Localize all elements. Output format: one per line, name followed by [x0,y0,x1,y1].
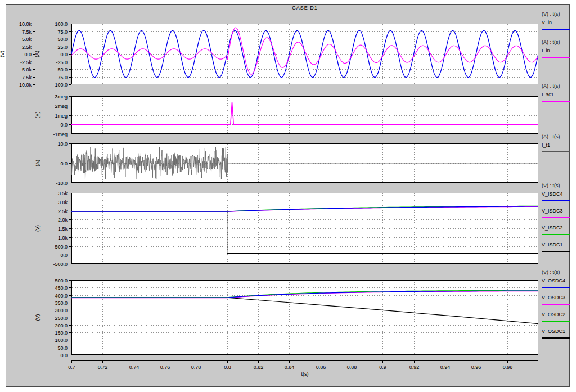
y-tick-label: 25.0 [57,44,68,50]
panel-2-plot-area[interactable] [72,97,538,134]
panel-4-yaxis-0: 3.5k3.0k2.5k2.0k1.5k1.0k500.00.0-500.0 [53,191,71,267]
legend-trace-name[interactable]: V_ISDC4 [542,191,573,199]
x-tick-label: 0.78 [191,364,201,370]
legend-color-bar [542,251,570,252]
y-tick-label: 50.0 [57,37,68,42]
legend-trace-name[interactable]: V_OSDC4 [542,278,573,285]
panel-2-legend: (A) : t(s)I_sc1 [542,83,573,109]
y-tick-label: -10.0k [17,82,32,88]
legend-color-bar [542,304,570,305]
panel-1-yaxis-1: 100.075.050.025.00.0-25.0-50.0-75.0-100.… [53,21,71,88]
legend-trace-name[interactable]: V_OSDC2 [542,312,573,319]
panel-3-legend: (A) : t(s)I_t1 [542,134,573,159]
x-tick-label: 0.82 [254,364,264,370]
x-tick-label: 0.98 [503,364,513,370]
legend-trace-name[interactable]: V_ISDC3 [542,208,573,215]
panel-3-yaxis-0: 10.00.0-10.0 [56,141,71,186]
legend-color-bar [542,200,570,201]
y-tick-label: 10.0 [57,141,68,147]
panel-5-yaxis-0: 500.0450.0400.0350.0300.0250.0200.0150.0… [55,278,71,358]
legend-trace-name[interactable]: V_OSDC3 [542,295,573,302]
x-tick-label: 0.76 [160,364,170,370]
y-tick-label: 0.0 [24,52,32,57]
legend-trace-name[interactable]: V_OSDC1 [542,328,573,336]
y-tick-label: 2.5k [58,209,68,214]
y-tick-label: 0.0 [60,353,68,358]
y-tick-label: 5.0k [22,37,32,42]
legend-trace-name[interactable]: I_sc1 [542,92,573,99]
y-tick-label: 10.0k [19,21,32,27]
legend-color-bar [542,234,570,235]
x-tick-label: 0.7 [68,364,75,370]
legend-axis-header: (V) : t(s) [542,269,573,277]
y-tick-label: 3meg [55,94,68,100]
legend-color-bar [542,217,570,218]
axis-unit-label: (V) [0,51,5,57]
legend-trace-name[interactable]: V_in [542,20,573,27]
legend-color-bar [542,337,570,339]
y-tick-label: 0.0 [60,122,68,128]
y-tick-label: -75.0 [56,75,68,80]
y-tick-label: 2meg [55,103,68,109]
y-tick-label: -7.5k [20,75,32,80]
y-tick-label: 100.0 [55,337,68,343]
y-tick-label: 1meg [55,113,68,119]
axis-unit-label: (V) [35,225,40,232]
y-tick-label: 150.0 [55,330,68,336]
legend-color-bar [542,101,570,102]
y-tick-label: 400.0 [55,293,68,299]
y-tick-label: 500.0 [55,244,68,250]
x-tick-label: 0.9 [379,364,386,370]
y-tick-label: 0.0 [60,52,68,57]
axis-unit-label: (A) [34,51,40,57]
y-tick-label: 350.0 [55,300,68,306]
y-tick-label: 1.0k [58,235,68,241]
legend-trace-name[interactable]: I_in [542,48,573,55]
y-tick-label: 100.0 [55,21,68,27]
x-tick-label: 0.94 [440,364,451,370]
axis-unit-label: (A) [35,160,40,166]
legend-axis-header: (A) : t(s) [542,134,573,141]
legend-color-bar [542,287,570,288]
y-tick-label: 2.0k [58,217,68,223]
legend-trace-name[interactable]: V_ISDC2 [542,225,573,232]
y-tick-label: -2.5k [20,60,32,65]
x-tick-label: 0.92 [410,364,420,370]
legend-axis-header: (A) : t(s) [542,83,573,91]
legend-axis-header: (A) : t(s) [542,39,573,47]
legend-color-bar [542,57,570,58]
y-tick-label: 0.0 [60,253,68,258]
y-tick-label: 250.0 [55,316,68,321]
y-tick-label: 300.0 [55,308,68,313]
y-tick-label: -500.0 [53,262,68,267]
legend-axis-header: (V) : t(s) [542,183,573,190]
y-tick-label: 450.0 [55,285,68,291]
axis-unit-label: (A) [35,112,40,119]
x-tick-label: 0.74 [129,364,140,370]
legend-trace-name[interactable]: I_t1 [542,142,573,150]
x-tick-label: 0.86 [316,364,326,370]
y-tick-label: 0.0 [60,161,68,166]
x-tick-label: 0.8 [224,364,231,370]
y-tick-label: -10.0 [56,181,68,186]
y-tick-label: -50.0 [56,67,68,73]
y-tick-label: 3.0k [58,200,68,205]
x-tick-label: 0.72 [98,364,108,370]
panel-5-legend: (V) : t(s)V_OSDC4V_OSDC3V_OSDC2V_OSDC1 [542,269,573,345]
x-tick-label: 0.96 [471,364,482,370]
y-tick-label: -100.0 [53,82,68,88]
legend-color-bar [542,151,570,152]
x-tick-label: 0.88 [347,364,357,370]
y-tick-label: 500.0 [55,278,68,283]
x-axis-title: t(s) [302,371,309,377]
panel-2-yaxis-0: 3meg2meg1meg0.0-1meg [53,94,71,137]
legend-trace-name[interactable]: V_ISDC1 [542,242,573,249]
x-tick-label: 0.84 [285,364,295,370]
x-axis-ruler: 0.70.720.740.760.780.80.820.840.860.880.… [68,360,538,370]
y-tick-label: -5.0k [20,67,32,73]
y-tick-label: -1meg [53,132,68,137]
simulation-scope-page: CASE D1 10.0k7.5k5.0k2.5k0.0-2.5k-5.0k-7… [0,0,576,392]
waveform-canvas: 10.0k7.5k5.0k2.5k0.0-2.5k-5.0k-7.5k-10.0… [0,0,576,392]
y-tick-label: 3.5k [58,191,68,196]
panel-1-legend: (V) : t(s)V_in(A) : t(s)I_in [542,11,573,65]
